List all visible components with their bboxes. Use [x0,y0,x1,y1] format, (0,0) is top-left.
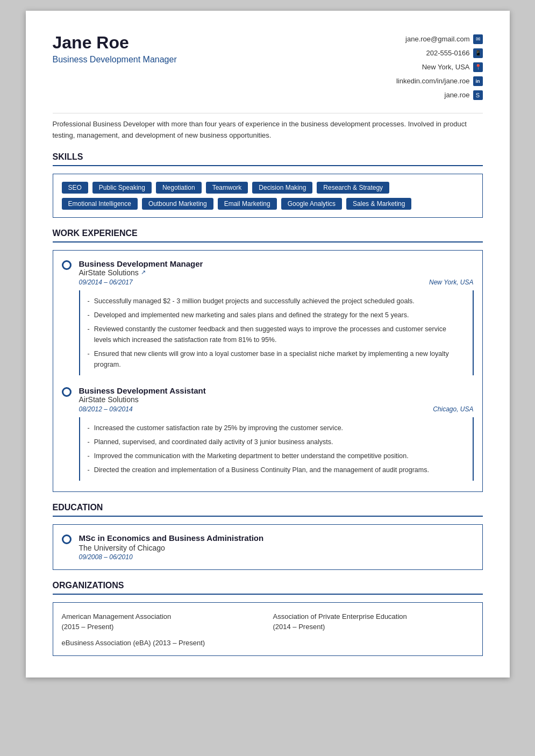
edu-entry-1: MSc in Economics and Business Administra… [62,533,474,561]
org-dates-1: (2015 – Present) [62,622,262,632]
candidate-name: Jane Roe [53,32,177,53]
job-content-1: Business Development Manager AirState So… [79,259,474,375]
phone-text: 202-555-0166 [426,46,470,60]
location-text: New York, USA [422,60,470,74]
header-left: Jane Roe Business Development Manager [53,32,177,65]
location-item: New York, USA 📍 [396,60,483,74]
edu-dates-1: 09/2008 – 06/2010 [79,553,264,561]
bullet-text-1-2: Developed and implemented new marketing … [94,310,409,320]
org-item-2: Association of Private Enterprise Educat… [273,611,474,632]
external-link-icon-1: ↗ [141,269,146,276]
skill-decision-making: Decision Making [252,182,312,194]
linkedin-text: linkedin.com/in/jane.roe [396,74,470,88]
edu-content-1: MSc in Economics and Business Administra… [79,533,264,561]
job-bullets-1: - Successfully managed $2 - 3 million bu… [79,290,474,375]
email-item: jane.roe@gmail.com ✉ [396,32,483,46]
summary-section: Professional Business Developer with mor… [53,113,483,141]
skype-text: jane.roe [445,88,470,102]
skills-container: SEO Public Speaking Negotiation Teamwork… [53,174,483,218]
job-location-2: Chicago, USA [433,405,473,413]
bullet-1-1: - Successfully managed $2 - 3 million bu… [88,296,465,306]
bullet-text-1-4: Ensured that new clients will grow into … [94,348,465,370]
phone-item: 202-555-0166 📱 [396,46,483,60]
org-item-1: American Management Association (2015 – … [62,611,262,632]
job-dates-row-2: 08/2012 – 09/2014 Chicago, USA [79,405,474,413]
bullet-text-2-1: Increased the customer satisfaction rate… [94,423,343,433]
dash-icon: - [88,451,90,461]
work-section-title: WORK EXPERIENCE [53,229,483,243]
dash-icon: - [88,465,90,475]
candidate-title: Business Development Manager [53,55,177,65]
skills-section-title: SKILLS [53,152,483,166]
resume-container: Jane Roe Business Development Manager ja… [26,11,510,677]
bullet-1-2: - Developed and implemented new marketin… [88,310,465,320]
skill-seo: SEO [62,182,88,194]
dash-icon: - [88,437,90,447]
edu-school-1: The University of Chicago [79,544,264,552]
dash-icon: - [88,324,90,345]
job-bullets-2: - Increased the customer satisfaction ra… [79,417,474,481]
dash-icon: - [88,310,90,320]
job-entry-2: Business Development Assistant AirState … [62,386,474,481]
linkedin-item: linkedin.com/in/jane.roe in [396,74,483,88]
edu-timeline-dot [62,534,72,544]
skill-teamwork: Teamwork [206,182,248,194]
location-icon: 📍 [473,62,483,72]
bullet-text-2-4: Directed the creation and implementation… [94,465,429,475]
bullet-2-1: - Increased the customer satisfaction ra… [88,423,465,433]
org-section-title: ORGANIZATIONS [53,581,483,595]
skills-row-2: Emotional Intelligence Outbound Marketin… [62,198,474,210]
work-container: Business Development Manager AirState So… [53,250,483,492]
education-container: MSc in Economics and Business Administra… [53,524,483,570]
org-grid: American Management Association (2015 – … [62,611,474,632]
bullet-2-4: - Directed the creation and implementati… [88,465,465,475]
skill-google-analytics: Google Analytics [281,198,342,210]
phone-icon: 📱 [473,48,483,58]
company-name-1: AirState Solutions [79,268,139,277]
job-dates-1: 09/2014 – 06/2017 [79,279,133,286]
skype-item: jane.roe S [396,88,483,102]
bullet-text-2-3: Improved the communication with the Mark… [94,451,409,461]
skill-research-strategy: Research & Strategy [317,182,389,194]
bullet-1-4: - Ensured that new clients will grow int… [88,348,465,370]
job-title-1: Business Development Manager [79,259,474,268]
linkedin-icon: in [473,76,483,86]
org-container: American Management Association (2015 – … [53,602,483,656]
skill-outbound-marketing: Outbound Marketing [142,198,213,210]
skype-icon: S [473,90,483,100]
header-section: Jane Roe Business Development Manager ja… [53,32,483,102]
skill-negotiation: Negotiation [156,182,202,194]
bullet-text-1-3: Reviewed constantly the customer feedbac… [94,324,465,345]
bullet-1-3: - Reviewed constantly the customer feedb… [88,324,465,345]
dash-icon: - [88,423,90,433]
org-single: eBusiness Association (eBA) (2013 – Pres… [62,639,474,647]
timeline-dot-1 [62,260,72,270]
job-location-1: New York, USA [429,279,473,286]
email-icon: ✉ [473,34,483,44]
education-section-title: EDUCATION [53,503,483,517]
timeline-dot-2 [62,387,72,397]
bullet-2-3: - Improved the communication with the Ma… [88,451,465,461]
dash-icon: - [88,296,90,306]
job-content-2: Business Development Assistant AirState … [79,386,474,481]
bullet-text-1-1: Successfully managed $2 - 3 million budg… [94,296,415,306]
email-text: jane.roe@gmail.com [405,32,469,46]
bullet-2-2: - Planned, supervised, and coordinated d… [88,437,465,447]
company-name-2: AirState Solutions [79,395,139,404]
org-name-2: Association of Private Enterprise Educat… [273,611,474,622]
bullet-text-2-2: Planned, supervised, and coordinated dai… [94,437,333,447]
company-1: AirState Solutions ↗ [79,268,474,277]
skills-row-1: SEO Public Speaking Negotiation Teamwork… [62,182,474,194]
skill-sales-marketing: Sales & Marketing [346,198,411,210]
skill-email-marketing: Email Marketing [218,198,277,210]
job-entry-1: Business Development Manager AirState So… [62,259,474,375]
job-title-2: Business Development Assistant [79,386,474,395]
org-name-1: American Management Association [62,611,262,622]
org-dates-2: (2014 – Present) [273,622,474,632]
skill-emotional-intelligence: Emotional Intelligence [62,198,138,210]
company-2: AirState Solutions [79,395,474,404]
skill-public-speaking: Public Speaking [92,182,152,194]
edu-degree-1: MSc in Economics and Business Administra… [79,533,264,543]
job-dates-2: 08/2012 – 09/2014 [79,405,133,413]
dash-icon: - [88,348,90,370]
